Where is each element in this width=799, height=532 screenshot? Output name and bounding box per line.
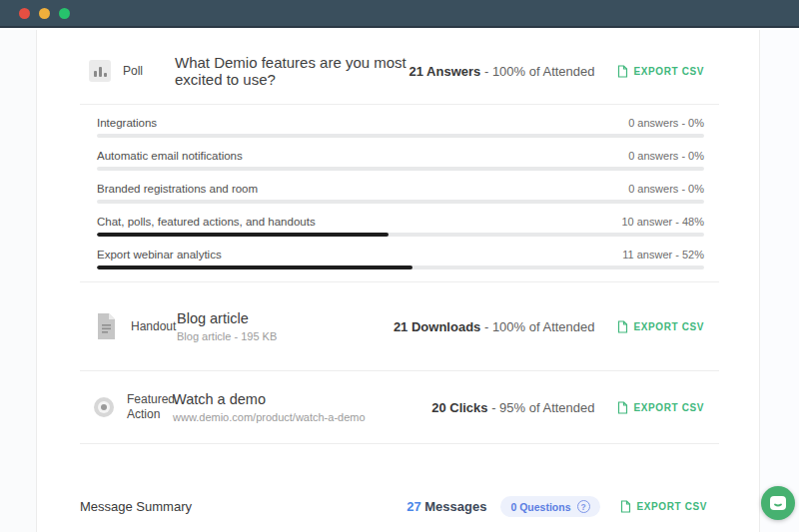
poll-option-result: 11 answer - 52% bbox=[622, 249, 704, 261]
featured-action-attended-percent: - 95% of Attended bbox=[491, 400, 594, 415]
poll-option-bar-fill bbox=[97, 266, 412, 269]
poll-option-row: Automatic email notifications 0 answers … bbox=[97, 138, 704, 171]
document-icon bbox=[95, 312, 118, 340]
question-circle-icon[interactable]: ? bbox=[577, 500, 590, 513]
export-csv-label: EXPORT CSV bbox=[634, 66, 704, 77]
target-icon bbox=[94, 397, 114, 417]
poll-option-label: Export webinar analytics bbox=[97, 249, 222, 261]
handout-section: Handout Blog article Blog article - 195 … bbox=[80, 282, 719, 370]
poll-option-result: 10 answer - 48% bbox=[621, 216, 704, 228]
message-summary-title: Message Summary bbox=[80, 499, 192, 514]
chat-widget-button[interactable] bbox=[761, 486, 795, 520]
messages-count: 27 Messages bbox=[406, 499, 486, 514]
minimize-window-button[interactable] bbox=[39, 8, 50, 19]
bar-chart-icon bbox=[89, 60, 111, 82]
poll-question: What Demio features are you most excited… bbox=[175, 54, 409, 88]
poll-answers-count: 21 Answers bbox=[409, 64, 481, 79]
messages-number: 27 bbox=[406, 499, 420, 514]
poll-option-label: Chat, polls, featured actions, and hando… bbox=[97, 216, 316, 228]
handout-type-label: Handout bbox=[131, 319, 176, 334]
featured-action-export-csv-button[interactable]: EXPORT CSV bbox=[617, 401, 704, 414]
export-csv-label: EXPORT CSV bbox=[634, 402, 704, 413]
left-page-gutter bbox=[0, 30, 37, 532]
poll-option-bar-track bbox=[97, 266, 704, 269]
poll-option-label: Integrations bbox=[97, 117, 157, 129]
file-icon bbox=[617, 320, 628, 333]
handout-attended-percent: - 100% of Attended bbox=[484, 319, 595, 334]
file-icon bbox=[617, 401, 628, 414]
handout-downloads-count: 21 Downloads bbox=[394, 319, 480, 334]
chat-bubble-icon bbox=[769, 495, 787, 511]
handout-stats: 21 Downloads - 100% of Attended bbox=[394, 319, 595, 334]
file-icon bbox=[620, 500, 631, 513]
right-page-gutter bbox=[759, 30, 799, 532]
handout-file-info: Blog article - 195 KB bbox=[177, 330, 277, 342]
questions-badge[interactable]: 0 Questions ? bbox=[500, 496, 599, 517]
featured-action-section: Featured Action Watch a demo www.demio.c… bbox=[80, 371, 719, 443]
poll-export-csv-button[interactable]: EXPORT CSV bbox=[617, 65, 704, 78]
file-icon bbox=[617, 65, 628, 78]
poll-option-label: Automatic email notifications bbox=[97, 150, 243, 162]
featured-action-title: Watch a demo bbox=[173, 391, 366, 407]
poll-option-label: Branded registrations and room bbox=[97, 183, 258, 195]
divider bbox=[80, 443, 719, 444]
export-csv-label: EXPORT CSV bbox=[637, 501, 707, 512]
poll-type-label: Poll bbox=[123, 64, 168, 79]
featured-action-clicks-count: 20 Clicks bbox=[431, 400, 487, 415]
featured-action-stats: 20 Clicks - 95% of Attended bbox=[431, 400, 594, 415]
handout-title: Blog article bbox=[177, 310, 277, 326]
messages-export-csv-button[interactable]: EXPORT CSV bbox=[620, 500, 707, 513]
export-csv-label: EXPORT CSV bbox=[634, 321, 704, 332]
close-window-button[interactable] bbox=[19, 8, 30, 19]
questions-badge-label: 0 Questions bbox=[510, 501, 570, 513]
featured-action-type-label: Featured Action bbox=[127, 392, 172, 422]
poll-option-result: 0 answers - 0% bbox=[628, 150, 704, 162]
zoom-window-button[interactable] bbox=[59, 8, 70, 19]
analytics-panel: Poll What Demio features are you most ex… bbox=[80, 30, 719, 517]
poll-option-row: Integrations 0 answers - 0% bbox=[97, 105, 704, 138]
poll-options-list: Integrations 0 answers - 0% Automatic em… bbox=[80, 105, 719, 281]
poll-attended-percent: - 100% of Attended bbox=[484, 64, 595, 79]
poll-section-header: Poll What Demio features are you most ex… bbox=[80, 30, 719, 104]
messages-label: Messages bbox=[424, 499, 486, 514]
window-titlebar bbox=[0, 0, 799, 28]
message-summary-row: Message Summary 27 Messages 0 Questions … bbox=[80, 496, 719, 517]
poll-option-row: Chat, polls, featured actions, and hando… bbox=[97, 204, 704, 237]
poll-option-result: 0 answers - 0% bbox=[628, 117, 704, 129]
poll-option-row: Branded registrations and room 0 answers… bbox=[97, 171, 704, 204]
featured-action-url: www.demio.com/product/watch-a-demo bbox=[173, 411, 366, 423]
poll-option-row: Export webinar analytics 11 answer - 52% bbox=[97, 237, 704, 269]
poll-stats: 21 Answers - 100% of Attended bbox=[409, 64, 595, 79]
poll-option-result: 0 answers - 0% bbox=[628, 183, 704, 195]
handout-export-csv-button[interactable]: EXPORT CSV bbox=[617, 320, 704, 333]
